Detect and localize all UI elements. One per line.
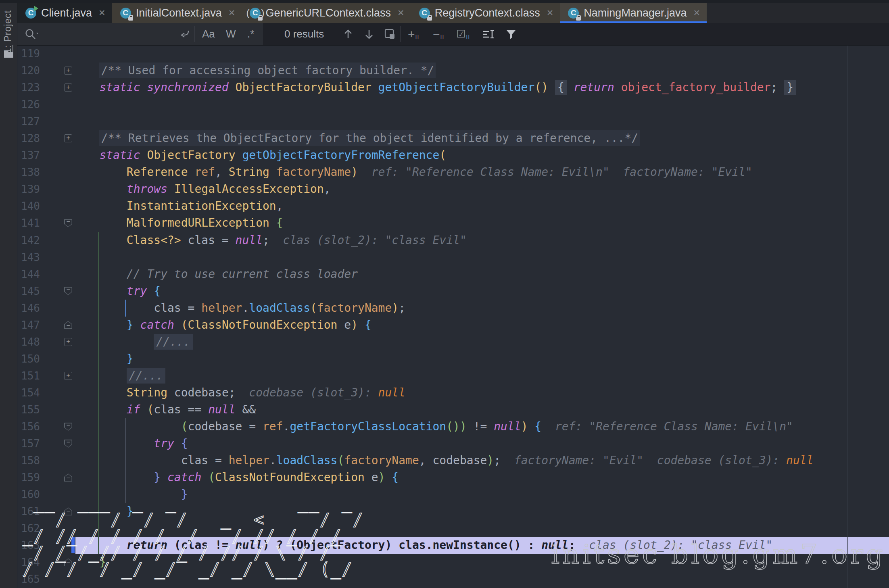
code-line-159[interactable]: 159− } catch (ClassNotFoundException e) …	[17, 469, 889, 486]
code-line-150[interactable]: 150 }	[17, 350, 889, 367]
gutter-cell[interactable]: +	[40, 130, 72, 147]
code-line-147[interactable]: 147− } catch (ClassNotFoundException e) …	[17, 317, 889, 334]
code-line-138[interactable]: 138 Reference ref, String factoryName) r…	[17, 164, 889, 181]
code-line-139[interactable]: 139 throws IllegalAccessException,	[17, 181, 889, 198]
gutter-cell[interactable]	[40, 198, 72, 215]
code-line-161[interactable]: 161− }	[17, 503, 889, 520]
gutter-cell[interactable]	[40, 384, 72, 401]
gutter-cell[interactable]: −	[40, 435, 72, 452]
editor-tab-client-java[interactable]: CClient.java✕	[17, 3, 112, 23]
fold-collapse-bottom-icon[interactable]: −	[64, 473, 72, 482]
editor-tab-registrycontext-class[interactable]: CRegistryContext.class✕	[411, 3, 560, 23]
fold-expand-icon[interactable]: +	[64, 134, 72, 142]
gutter-cell[interactable]: −	[40, 554, 72, 571]
gutter-cell[interactable]: −	[40, 469, 72, 486]
folder-icon[interactable]	[4, 50, 14, 58]
gutter-cell[interactable]: +	[40, 367, 72, 384]
fold-collapse-top-icon[interactable]: −	[64, 287, 72, 295]
code-line-143[interactable]: 143	[17, 249, 889, 266]
gutter-cell[interactable]	[40, 452, 72, 469]
code-line-137[interactable]: 137 static ObjectFactory getObjectFactor…	[17, 147, 889, 164]
filter-lines-icon[interactable]	[481, 23, 496, 45]
fold-collapse-bottom-icon[interactable]: −	[64, 321, 72, 329]
code-line-151[interactable]: 151+ //...	[17, 367, 889, 384]
code-line-160[interactable]: 160 }	[17, 486, 889, 503]
next-occurrence-button[interactable]	[363, 23, 375, 45]
fold-expand-icon[interactable]: +	[64, 338, 72, 346]
add-occurrence-icon[interactable]: +II	[408, 23, 419, 45]
code-editor[interactable]: 119120+ /** Used for accessing object fa…	[17, 45, 889, 588]
regex-toggle[interactable]: .*	[247, 23, 254, 45]
gutter-cell[interactable]	[40, 96, 72, 113]
editor-tab-genericurlcontext-class[interactable]: (C)GenericURLContext.class✕	[242, 3, 411, 23]
match-case-toggle[interactable]: Aa	[202, 23, 215, 45]
code-line-156[interactable]: 156− (codebase = ref.getFactoryClassLoca…	[17, 418, 889, 435]
gutter-cell[interactable]: −	[40, 215, 72, 231]
code-line-145[interactable]: 145− try {	[17, 283, 889, 300]
fold-collapse-top-icon[interactable]: −	[64, 219, 72, 227]
fold-expand-icon[interactable]: +	[64, 67, 72, 75]
tab-close-icon[interactable]: ✕	[98, 8, 106, 18]
gutter-cell[interactable]: +	[40, 62, 72, 79]
fold-expand-icon[interactable]: +	[64, 83, 72, 92]
code-line-141[interactable]: 141− MalformedURLException {	[17, 215, 889, 231]
tab-close-icon[interactable]: ✕	[693, 8, 701, 18]
fold-collapse-top-icon[interactable]: −	[64, 423, 72, 431]
editor-tab-initialcontext-java[interactable]: CInitialContext.java✕	[112, 3, 242, 23]
code-line-140[interactable]: 140 InstantiationException,	[17, 198, 889, 215]
fold-expand-icon[interactable]: +	[64, 372, 72, 380]
code-line-162[interactable]: 162	[17, 520, 889, 537]
gutter-cell[interactable]: −	[40, 418, 72, 435]
search-icon[interactable]	[24, 23, 40, 45]
gutter-cell[interactable]	[40, 45, 72, 62]
code-line-164[interactable]: 164− }	[17, 554, 889, 571]
gutter-cell[interactable]	[40, 249, 72, 266]
code-line-163[interactable]: 163 return (clas != null) ? (ObjectFacto…	[17, 537, 889, 554]
gutter-cell[interactable]	[40, 113, 72, 130]
gutter-cell[interactable]: −	[40, 503, 72, 520]
gutter-cell[interactable]: −	[40, 283, 72, 300]
select-all-occurrences-button[interactable]	[383, 23, 397, 45]
gutter-cell[interactable]	[40, 164, 72, 181]
code-line-144[interactable]: 144 // Try to use current class loader	[17, 266, 889, 283]
gutter-cell[interactable]	[40, 401, 72, 418]
code-line-154[interactable]: 154 String codebase; codebase (slot_3): …	[17, 384, 889, 401]
fold-collapse-top-icon[interactable]: −	[64, 440, 72, 448]
whole-words-toggle[interactable]: W	[226, 23, 236, 45]
tab-close-icon[interactable]: ✕	[397, 8, 405, 18]
gutter-cell[interactable]	[40, 232, 72, 249]
code-line-127[interactable]: 127	[17, 113, 889, 130]
gutter-cell[interactable]: +	[40, 334, 72, 350]
code-line-157[interactable]: 157− try {	[17, 435, 889, 452]
code-line-155[interactable]: 155 if (clas == null &&	[17, 401, 889, 418]
code-line-165[interactable]: 165	[17, 571, 889, 588]
tab-close-icon[interactable]: ✕	[547, 8, 554, 18]
gutter-cell[interactable]	[40, 537, 72, 554]
gutter-cell[interactable]	[40, 181, 72, 198]
code-line-119[interactable]: 119	[17, 45, 889, 62]
fold-collapse-bottom-icon[interactable]: −	[64, 558, 72, 566]
project-tool-button[interactable]: 1: Project	[2, 10, 13, 53]
code-line-126[interactable]: 126	[17, 96, 889, 113]
code-line-142[interactable]: 142 Class<?> clas = null; clas (slot_2):…	[17, 232, 889, 249]
gutter-cell[interactable]: −	[40, 317, 72, 334]
gutter-cell[interactable]	[40, 147, 72, 164]
code-line-120[interactable]: 120+ /** Used for accessing object facto…	[17, 62, 889, 79]
newline-icon[interactable]	[178, 23, 192, 45]
gutter-cell[interactable]	[40, 300, 72, 317]
gutter-cell[interactable]	[40, 350, 72, 367]
code-line-148[interactable]: 148+ //...	[17, 334, 889, 350]
filter-funnel-icon[interactable]	[505, 23, 518, 45]
gutter-cell[interactable]	[40, 520, 72, 537]
code-line-146[interactable]: 146 clas = helper.loadClass(factoryName)…	[17, 300, 889, 317]
gutter-cell[interactable]	[40, 266, 72, 283]
fold-collapse-bottom-icon[interactable]: −	[64, 507, 72, 515]
gutter-cell[interactable]: +	[40, 79, 72, 96]
code-line-123[interactable]: 123+ static synchronized ObjectFactoryBu…	[17, 79, 889, 96]
check-occurrence-icon[interactable]: ☑II	[456, 23, 470, 45]
code-line-158[interactable]: 158 clas = helper.loadClass(factoryName,…	[17, 452, 889, 469]
tab-close-icon[interactable]: ✕	[228, 8, 236, 18]
gutter-cell[interactable]	[40, 486, 72, 503]
previous-occurrence-button[interactable]	[342, 23, 354, 45]
gutter-cell[interactable]	[40, 571, 72, 588]
